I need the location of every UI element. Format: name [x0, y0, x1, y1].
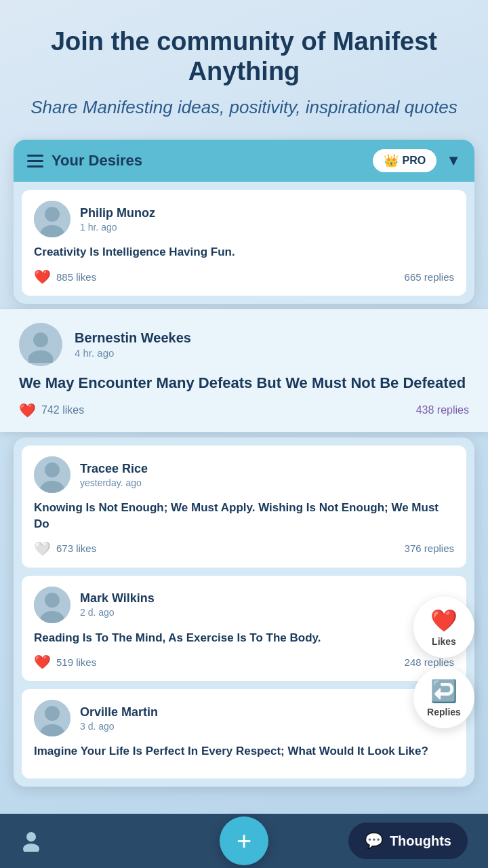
post-time: 4 hr. ago	[75, 347, 191, 359]
heart-filled-icon: ❤️	[34, 654, 51, 670]
post-author-name: Philip Munoz	[80, 206, 155, 220]
post-item: Tracee Rice yesterday. ago Knowing Is No…	[22, 446, 466, 568]
post-author-info: Mark Wilkins 2 d. ago	[80, 591, 155, 618]
replies-count: 438 replies	[416, 404, 469, 416]
likes-float-button[interactable]: ❤️ Likes	[413, 597, 474, 658]
post-footer: 🤍 673 likes 376 replies	[34, 540, 454, 557]
post-author-name: Bernestin Weekes	[75, 330, 191, 346]
bottom-nav: + 💬 Thoughts	[0, 814, 488, 868]
featured-post: Bernestin Weekes 4 hr. ago We May Encoun…	[0, 309, 488, 432]
post-author-name: Tracee Rice	[80, 462, 148, 476]
card-section-title: Your Desires	[52, 152, 142, 170]
post-header: Mark Wilkins 2 d. ago	[34, 587, 454, 623]
post-text: Imagine Your Life Is Perfect In Every Re…	[34, 743, 454, 760]
post-author-name: Orville Martin	[80, 705, 158, 719]
post-time: 2 d. ago	[80, 607, 155, 618]
secondary-card: Tracee Rice yesterday. ago Knowing Is No…	[14, 437, 474, 787]
replies-float-button[interactable]: ↩️ Replies	[413, 667, 474, 728]
thoughts-label: Thoughts	[390, 833, 451, 849]
likes-section[interactable]: 🤍 673 likes	[34, 540, 96, 557]
likes-count: 673 likes	[56, 542, 96, 554]
pro-label: PRO	[403, 155, 426, 167]
post-item: Mark Wilkins 2 d. ago Reading Is To The …	[22, 576, 466, 682]
card-header-left: Your Desires	[27, 152, 142, 170]
post-footer: ❤️ 885 likes 665 replies	[34, 269, 454, 285]
card-header: Your Desires 👑 PRO ▼	[14, 140, 474, 182]
avatar	[34, 587, 70, 623]
header-title: Join the community of Manifest Anything	[20, 27, 468, 86]
avatar	[19, 323, 62, 366]
post-author-name: Mark Wilkins	[80, 591, 155, 606]
app-header: Join the community of Manifest Anything …	[0, 0, 488, 133]
post-author-info: Orville Martin 3 d. ago	[80, 705, 158, 732]
likes-float-label: Likes	[432, 636, 456, 647]
post-text: Reading Is To The Mind, As Exercise Is T…	[34, 630, 454, 646]
replies-float-label: Replies	[427, 707, 461, 717]
post-header: Philip Munoz 1 hr. ago	[34, 201, 454, 237]
post-author-info: Bernestin Weekes 4 hr. ago	[75, 330, 191, 359]
post-text: Knowing Is Not Enough; We Must Apply. Wi…	[34, 500, 454, 532]
post-header: Orville Martin 3 d. ago	[34, 700, 454, 736]
fab-add-button[interactable]: +	[220, 816, 268, 865]
main-card: Your Desires 👑 PRO ▼	[14, 140, 474, 304]
post-header: Bernestin Weekes 4 hr. ago	[19, 323, 469, 366]
avatar	[34, 456, 70, 493]
svg-point-4	[33, 333, 48, 348]
likes-count: 742 likes	[41, 404, 84, 416]
post-item: Philip Munoz 1 hr. ago Creativity Is Int…	[22, 190, 466, 296]
avatar	[34, 700, 70, 736]
svg-point-13	[45, 706, 60, 721]
pro-badge-button[interactable]: 👑 PRO	[373, 149, 437, 172]
thoughts-icon: 💬	[365, 832, 383, 850]
thoughts-button[interactable]: 💬 Thoughts	[348, 823, 468, 859]
avatar	[34, 201, 70, 237]
post-author-info: Tracee Rice yesterday. ago	[80, 462, 148, 488]
post-footer: ❤️ 742 likes 438 replies	[19, 402, 469, 418]
likes-section[interactable]: ❤️ 885 likes	[34, 269, 96, 285]
likes-section[interactable]: ❤️ 519 likes	[34, 654, 96, 670]
svg-point-7	[45, 462, 60, 477]
svg-point-1	[45, 207, 60, 222]
heart-outline-icon: 🤍	[34, 540, 51, 557]
heart-filled-icon: ❤️	[34, 269, 51, 285]
heart-float-icon: ❤️	[430, 608, 458, 633]
post-header: Tracee Rice yesterday. ago	[34, 456, 454, 493]
filter-icon[interactable]: ▼	[446, 152, 461, 170]
fab-plus-icon: +	[237, 827, 251, 856]
home-nav-icon[interactable]	[20, 830, 42, 852]
post-footer: ❤️ 519 likes 248 replies	[34, 654, 454, 670]
likes-section[interactable]: ❤️ 742 likes	[19, 402, 84, 418]
floating-actions: ❤️ Likes ↩️ Replies	[413, 597, 474, 728]
heart-filled-icon: ❤️	[19, 402, 36, 418]
crown-icon: 👑	[384, 153, 399, 168]
reply-float-icon: ↩️	[430, 678, 458, 704]
post-text: We May Encounter Many Defeats But We Mus…	[19, 373, 469, 394]
replies-count: 665 replies	[405, 271, 454, 283]
svg-point-15	[26, 832, 36, 842]
post-text: Creativity Is Intelligence Having Fun.	[34, 244, 454, 260]
replies-count: 376 replies	[405, 542, 454, 554]
header-subtitle: Share Manifesting ideas, positivity, ins…	[20, 96, 468, 119]
post-time: 1 hr. ago	[80, 222, 155, 233]
likes-count: 519 likes	[56, 656, 96, 668]
svg-point-10	[45, 593, 60, 608]
svg-point-16	[23, 844, 39, 852]
post-time: 3 d. ago	[80, 721, 158, 732]
card-header-right: 👑 PRO ▼	[373, 149, 461, 172]
post-author-info: Philip Munoz 1 hr. ago	[80, 206, 155, 233]
post-item: Orville Martin 3 d. ago Imagine Your Lif…	[22, 689, 466, 778]
likes-count: 885 likes	[56, 271, 96, 283]
hamburger-menu-icon[interactable]	[27, 155, 43, 167]
post-time: yesterday. ago	[80, 477, 148, 488]
